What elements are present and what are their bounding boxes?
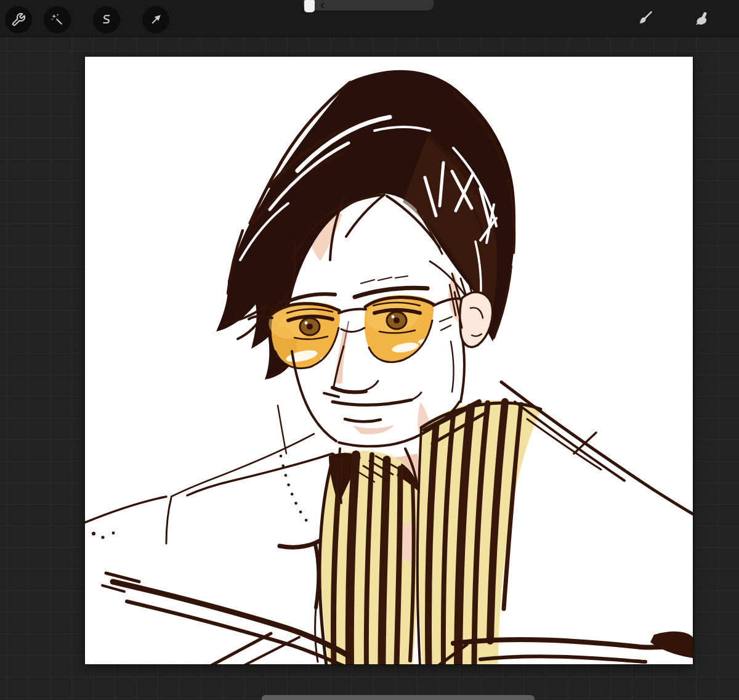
transform-arrow-icon (148, 12, 163, 27)
selection-s-icon (99, 12, 114, 27)
artwork-illustration (85, 57, 693, 664)
adjustments-button[interactable] (44, 6, 71, 33)
drag-tab[interactable] (304, 0, 315, 12)
wrench-icon (11, 12, 26, 27)
chevron-left-icon (319, 2, 325, 9)
artwork-canvas[interactable] (85, 57, 693, 664)
app-screen (0, 0, 739, 700)
bottom-window-handle[interactable] (262, 695, 535, 700)
floating-window-handle[interactable] (303, 0, 434, 10)
actions-button[interactable] (5, 6, 32, 33)
smudge-tool-button[interactable] (692, 9, 712, 28)
transform-button[interactable] (142, 6, 169, 33)
selection-button[interactable] (93, 6, 120, 33)
striped-shirt (320, 401, 541, 664)
magic-wand-icon (50, 12, 65, 27)
brush-tool-button[interactable] (635, 9, 655, 28)
paintbrush-icon (636, 9, 654, 28)
smudge-finger-icon (693, 9, 711, 28)
